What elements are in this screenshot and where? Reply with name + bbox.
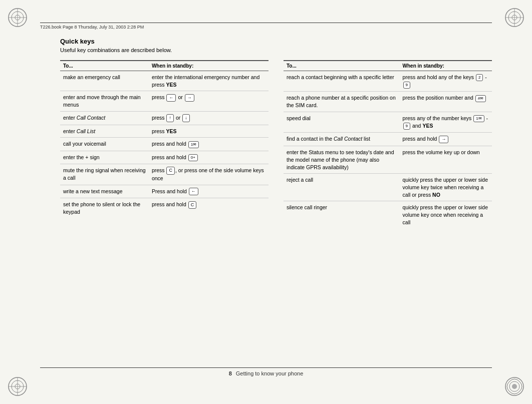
row-when: press and hold 0+ [149, 151, 269, 164]
left-column: To... When in standby: make an emergency… [60, 60, 269, 228]
row-to: reach a phone number at a specific posit… [284, 92, 400, 112]
row-to: set the phone to silent or lock the keyp… [60, 198, 149, 218]
row-to: speed dial [284, 112, 400, 132]
table-row: mute the ring signal when receiving a ca… [60, 164, 269, 185]
table-row: enter and move through the main menus pr… [60, 91, 269, 111]
left-col2-header: When in standby: [149, 61, 269, 71]
footer-bar: 8 Getting to know your phone [40, 367, 492, 376]
row-when: press the volume key up or down [400, 146, 492, 174]
table-row: reach a phone number at a specific posit… [284, 92, 492, 112]
row-when: press and hold → [400, 133, 492, 146]
section-subtitle: Useful key combinations are described be… [60, 47, 492, 53]
content-area: Quick keys Useful key combinations are d… [60, 38, 492, 364]
row-when: quickly press the upper or lower side vo… [400, 174, 492, 201]
row-when: press ↑ or ↓ [149, 111, 269, 125]
page: T226.book Page 8 Thursday, July 31, 2003… [0, 0, 532, 404]
row-when: press the position number and #✉ [400, 92, 492, 112]
right-column: To... When in standby: reach a contact b… [284, 60, 492, 228]
row-to: call your voicemail [60, 138, 149, 151]
row-to: reject a call [284, 174, 400, 201]
table-row: reach a contact beginning with a specifi… [284, 71, 492, 92]
section-title: Quick keys [60, 38, 492, 45]
corner-decoration-tl [5, 5, 30, 30]
footer-text: Getting to know your phone [236, 370, 304, 376]
footer-page-number: 8 [229, 370, 232, 376]
corner-decoration-br [502, 374, 527, 399]
table-row: call your voicemail press and hold 1✉ [60, 138, 269, 151]
table-row: silence call ringer quickly press the up… [284, 201, 492, 229]
row-to: find a contact in the Call Contact list [284, 133, 400, 146]
row-to: mute the ring signal when receiving a ca… [60, 164, 149, 185]
right-col1-header: To... [284, 61, 400, 71]
row-to: write a new text message [60, 185, 149, 198]
left-table: To... When in standby: make an emergency… [60, 60, 269, 218]
table-row: reject a call quickly press the upper or… [284, 174, 492, 201]
row-when: quickly press the upper or lower side vo… [400, 201, 492, 229]
row-when: press and hold any of the keys 2 - 9 [400, 71, 492, 92]
svg-point-17 [512, 384, 517, 389]
corner-decoration-bl [5, 374, 30, 399]
table-row: find a contact in the Call Contact list … [284, 133, 492, 146]
right-table: To... When in standby: reach a contact b… [284, 60, 492, 228]
row-to: enter the + sign [60, 151, 149, 164]
row-when: enter the international emergency number… [149, 71, 269, 91]
row-to: enter Call List [60, 125, 149, 138]
row-when: press and hold 1✉ [149, 138, 269, 151]
row-to: enter and move through the main menus [60, 91, 149, 111]
header-text: T226.book Page 8 Thursday, July 31, 2003… [40, 25, 144, 30]
corner-decoration-tr [502, 5, 527, 30]
row-when: press and hold C [149, 198, 269, 218]
table-row: enter Call Contact press ↑ or ↓ [60, 111, 269, 125]
table-row: make an emergency call enter the interna… [60, 71, 269, 91]
row-to: enter Call Contact [60, 111, 149, 125]
right-col2-header: When in standby: [400, 61, 492, 71]
row-when: Press and hold ← [149, 185, 269, 198]
header-bar: T226.book Page 8 Thursday, July 31, 2003… [40, 23, 492, 30]
table-row: enter Call List press YES [60, 125, 269, 138]
row-when: press ← or → [149, 91, 269, 111]
row-to: make an emergency call [60, 71, 149, 91]
table-row: enter the + sign press and hold 0+ [60, 151, 269, 164]
table-row: speed dial press any of the number keys … [284, 112, 492, 132]
row-when: press YES [149, 125, 269, 138]
row-when: press any of the number keys 1✉ - 9 and … [400, 112, 492, 132]
row-to: reach a contact beginning with a specifi… [284, 71, 400, 92]
table-row: set the phone to silent or lock the keyp… [60, 198, 269, 218]
table-row: write a new text message Press and hold … [60, 185, 269, 198]
table-columns: To... When in standby: make an emergency… [60, 60, 492, 228]
row-to: enter the Status menu to see today's dat… [284, 146, 400, 174]
row-to: silence call ringer [284, 201, 400, 229]
left-col1-header: To... [60, 61, 149, 71]
table-row: enter the Status menu to see today's dat… [284, 146, 492, 174]
row-when: press C, or press one of the side volume… [149, 164, 269, 185]
